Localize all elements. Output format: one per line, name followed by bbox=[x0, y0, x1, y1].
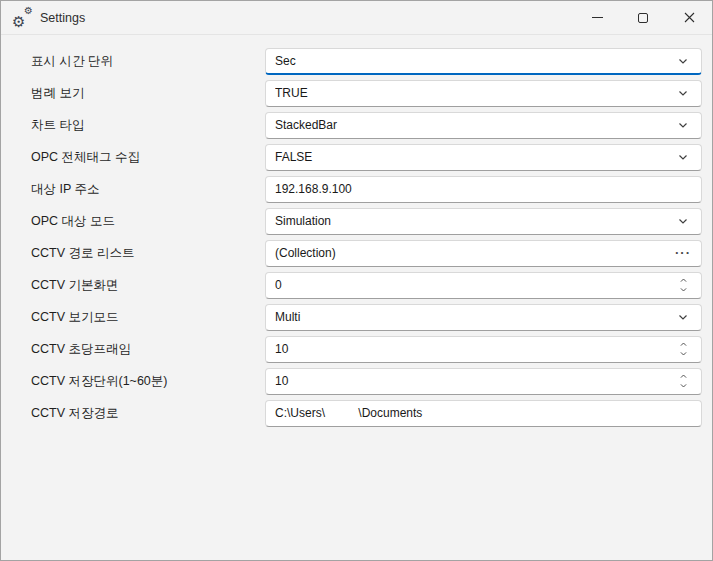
setting-value: 192.168.9.100 bbox=[275, 182, 693, 196]
setting-value: 10 bbox=[275, 342, 678, 356]
setting-label: CCTV 저장단위(1~60분) bbox=[31, 373, 265, 390]
stepper-up-button[interactable] bbox=[678, 372, 689, 381]
setting-label: CCTV 저장경로 bbox=[31, 405, 265, 422]
setting-label: CCTV 초당프래임 bbox=[31, 341, 265, 358]
setting-stepper[interactable]: 10 bbox=[265, 336, 702, 363]
settings-row: 대상 IP 주소192.168.9.100 bbox=[1, 173, 712, 205]
chevron-down-icon bbox=[677, 55, 689, 67]
settings-row: OPC 대상 모드Simulation bbox=[1, 205, 712, 237]
setting-value: Simulation bbox=[275, 214, 677, 228]
setting-text-input[interactable]: 192.168.9.100 bbox=[265, 176, 702, 203]
window-controls bbox=[574, 1, 712, 34]
setting-stepper[interactable]: 10 bbox=[265, 368, 702, 395]
maximize-icon bbox=[638, 13, 648, 23]
settings-window: { "window": { "title": "Settings", "icon… bbox=[0, 0, 713, 561]
gears-icon: ⚙ ⚙ bbox=[12, 8, 33, 28]
setting-label: CCTV 보기모드 bbox=[31, 309, 265, 326]
title-bar: ⚙ ⚙ Settings bbox=[1, 1, 712, 35]
stepper-up-button[interactable] bbox=[678, 340, 689, 349]
setting-value: 0 bbox=[275, 278, 678, 292]
window-title: Settings bbox=[40, 11, 85, 25]
settings-row: CCTV 저장단위(1~60분)10 bbox=[1, 365, 712, 397]
chevron-down-icon bbox=[677, 311, 689, 323]
setting-label: 대상 IP 주소 bbox=[31, 181, 265, 198]
settings-row: CCTV 보기모드Multi bbox=[1, 301, 712, 333]
setting-label: 범례 보기 bbox=[31, 85, 265, 102]
close-icon bbox=[684, 12, 695, 23]
stepper-buttons bbox=[678, 372, 689, 390]
settings-row: CCTV 기본화면0 bbox=[1, 269, 712, 301]
setting-label: OPC 대상 모드 bbox=[31, 213, 265, 230]
close-button[interactable] bbox=[666, 1, 712, 34]
settings-row: 차트 타입StackedBar bbox=[1, 109, 712, 141]
setting-dropdown[interactable]: StackedBar bbox=[265, 112, 702, 139]
stepper-down-button[interactable] bbox=[678, 381, 689, 390]
settings-row: 표시 시간 단위Sec bbox=[1, 45, 712, 77]
setting-label: 차트 타입 bbox=[31, 117, 265, 134]
minimize-icon bbox=[592, 17, 603, 18]
setting-label: CCTV 경로 리스트 bbox=[31, 245, 265, 262]
setting-value: TRUE bbox=[275, 86, 677, 100]
chevron-down-icon bbox=[677, 119, 689, 131]
chevron-down-icon bbox=[677, 151, 689, 163]
setting-label: 표시 시간 단위 bbox=[31, 53, 265, 70]
setting-dropdown[interactable]: FALSE bbox=[265, 144, 702, 171]
setting-collection-field[interactable]: (Collection)··· bbox=[265, 240, 702, 267]
stepper-down-button[interactable] bbox=[678, 349, 689, 358]
setting-dropdown[interactable]: TRUE bbox=[265, 80, 702, 107]
chevron-down-icon bbox=[677, 215, 689, 227]
setting-text-input[interactable]: C:\Users\ \Documents bbox=[265, 400, 702, 427]
maximize-button[interactable] bbox=[620, 1, 666, 34]
settings-form: 표시 시간 단위Sec범례 보기TRUE차트 타입StackedBarOPC 전… bbox=[1, 35, 712, 429]
settings-row: CCTV 초당프래임10 bbox=[1, 333, 712, 365]
setting-dropdown[interactable]: Simulation bbox=[265, 208, 702, 235]
setting-label: CCTV 기본화면 bbox=[31, 277, 265, 294]
stepper-down-button[interactable] bbox=[678, 285, 689, 294]
settings-row: OPC 전체태그 수집FALSE bbox=[1, 141, 712, 173]
setting-value: 10 bbox=[275, 374, 678, 388]
setting-dropdown[interactable]: Sec bbox=[265, 48, 702, 75]
setting-label: OPC 전체태그 수집 bbox=[31, 149, 265, 166]
setting-value: (Collection) bbox=[275, 246, 675, 260]
settings-row: CCTV 경로 리스트(Collection)··· bbox=[1, 237, 712, 269]
chevron-down-icon bbox=[677, 87, 689, 99]
settings-row: CCTV 저장경로C:\Users\ \Documents bbox=[1, 397, 712, 429]
minimize-button[interactable] bbox=[574, 1, 620, 34]
setting-stepper[interactable]: 0 bbox=[265, 272, 702, 299]
stepper-buttons bbox=[678, 340, 689, 358]
setting-value: Sec bbox=[275, 54, 677, 68]
setting-value: C:\Users\ \Documents bbox=[275, 406, 693, 420]
setting-value: Multi bbox=[275, 310, 677, 324]
stepper-buttons bbox=[678, 276, 689, 294]
setting-dropdown[interactable]: Multi bbox=[265, 304, 702, 331]
settings-row: 범례 보기TRUE bbox=[1, 77, 712, 109]
ellipsis-button[interactable]: ··· bbox=[675, 248, 691, 258]
setting-value: FALSE bbox=[275, 150, 677, 164]
stepper-up-button[interactable] bbox=[678, 276, 689, 285]
setting-value: StackedBar bbox=[275, 118, 677, 132]
